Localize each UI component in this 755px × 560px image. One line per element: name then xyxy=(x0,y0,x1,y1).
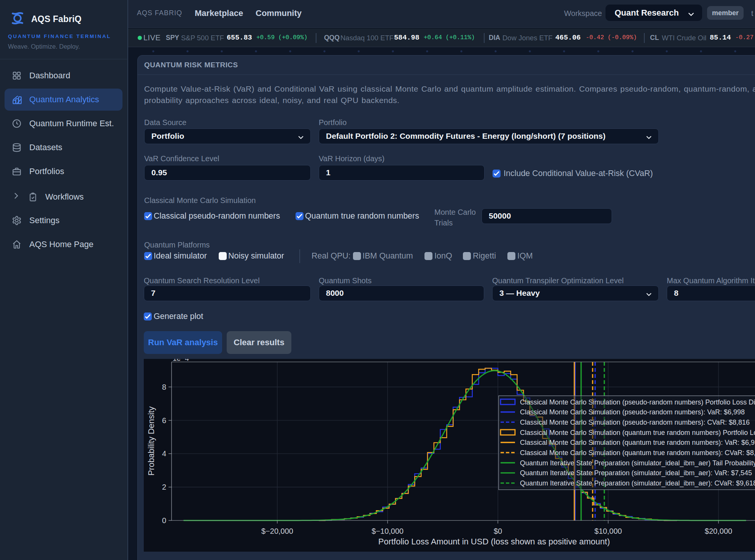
svg-text:$−20,000: $−20,000 xyxy=(261,527,293,535)
svg-text:Portfolio Loss Amount in USD (: Portfolio Loss Amount in USD (loss shown… xyxy=(378,537,610,546)
svg-text:$20,000: $20,000 xyxy=(705,527,732,535)
svg-text:$10,000: $10,000 xyxy=(594,527,622,535)
svg-text:Classical Monte Carlo Simulati: Classical Monte Carlo Simulation (pseudo… xyxy=(520,419,750,426)
svg-text:$−10,000: $−10,000 xyxy=(372,527,404,535)
svg-text:Quantum Iterative State Prepar: Quantum Iterative State Preparation (sim… xyxy=(520,479,755,487)
svg-text:4: 4 xyxy=(162,449,166,458)
svg-text:Classical Monte Carlo Simulati: Classical Monte Carlo Simulation (quantu… xyxy=(520,429,755,436)
svg-text:Classical Monte Carlo Simulati: Classical Monte Carlo Simulation (quantu… xyxy=(520,439,755,446)
svg-text:Quantum Iterative State Prepar: Quantum Iterative State Preparation (sim… xyxy=(520,469,752,477)
svg-text:8: 8 xyxy=(162,383,166,391)
svg-text:2: 2 xyxy=(162,483,166,491)
svg-text:Classical Monte Carlo Simulati: Classical Monte Carlo Simulation (quantu… xyxy=(520,449,755,457)
svg-text:0: 0 xyxy=(162,516,166,525)
svg-text:Probability Density: Probability Density xyxy=(146,406,156,476)
svg-text:Classical Monte Carlo Simulati: Classical Monte Carlo Simulation (pseudo… xyxy=(520,398,755,406)
svg-text:$0: $0 xyxy=(494,527,502,535)
svg-text:Quantum Iterative State Prepar: Quantum Iterative State Preparation (sim… xyxy=(520,459,755,467)
svg-text:6: 6 xyxy=(162,416,166,425)
svg-text:Classical Monte Carlo Simulati: Classical Monte Carlo Simulation (pseudo… xyxy=(520,408,745,416)
